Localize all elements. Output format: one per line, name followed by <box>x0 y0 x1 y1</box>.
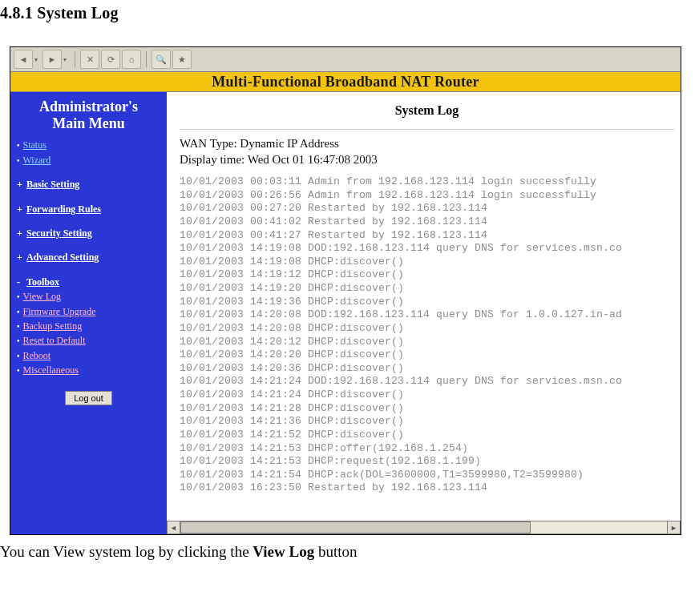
bullet-icon: • <box>17 352 20 360</box>
meta-block: WAN Type: Dynamic IP Address Display tim… <box>180 136 674 167</box>
sidebar-title-l1: Administrator's <box>39 99 138 115</box>
back-button[interactable]: ◄ <box>14 50 33 69</box>
caption-text-2: button <box>314 543 357 560</box>
sidebar-title-l2: Main Menu <box>52 115 125 131</box>
caption-bold: View Log <box>253 543 314 560</box>
horizontal-scrollbar[interactable]: ◄ ► <box>167 521 681 534</box>
scroll-track[interactable] <box>180 521 667 534</box>
stop-button[interactable]: ✕ <box>80 50 99 69</box>
forward-button[interactable]: ► <box>42 50 62 69</box>
sidebar-item-reboot[interactable]: Reboot <box>23 350 51 361</box>
browser-toolbar: ◄ ▾ ► ▾ ✕ ⟳ ⌂ 🔍 ★ <box>10 47 681 72</box>
page-title: System Log <box>180 103 674 118</box>
search-button[interactable]: 🔍 <box>152 50 171 69</box>
content-area: System Log WAN Type: Dynamic IP Address … <box>167 92 681 535</box>
scroll-thumb[interactable] <box>180 521 531 533</box>
toolbar-separator-2 <box>146 51 147 67</box>
forward-dropdown[interactable]: ▾ <box>63 56 70 63</box>
sidebar-item-viewlog[interactable]: View Log <box>23 291 62 302</box>
scroll-right-button[interactable]: ► <box>667 521 681 534</box>
plus-icon: + <box>17 227 23 239</box>
sidebar-item-reset[interactable]: Reset to Default <box>23 335 86 346</box>
home-button[interactable]: ⌂ <box>122 50 141 69</box>
bullet-icon: • <box>17 293 20 301</box>
display-time-line: Display time: Wed Oct 01 16:47:08 2003 <box>180 152 674 168</box>
screenshot-frame: ◄ ▾ ► ▾ ✕ ⟳ ⌂ 🔍 ★ Multi-Functional Broad… <box>10 46 681 535</box>
doc-section-heading: 4.8.1 System Log <box>0 0 699 22</box>
plus-icon: + <box>17 252 23 263</box>
sidebar-list: •Status •Wizard +Basic Setting +Forwardi… <box>10 138 167 377</box>
sidebar-cat-advanced[interactable]: Advanced Setting <box>26 252 99 263</box>
plus-icon: + <box>17 179 23 190</box>
bullet-icon: • <box>17 308 20 316</box>
bullet-icon: • <box>17 367 20 375</box>
sidebar-item-misc[interactable]: Miscellaneous <box>23 364 79 376</box>
caption-text-1: You can View system log by clicking the <box>0 543 253 560</box>
logout-button[interactable]: Log out <box>65 391 112 405</box>
minus-icon: - <box>17 276 23 288</box>
plus-icon: + <box>17 203 23 215</box>
divider <box>180 129 674 130</box>
refresh-button[interactable]: ⟳ <box>101 50 120 69</box>
sidebar-cat-forwarding[interactable]: Forwarding Rules <box>26 203 101 215</box>
bullet-icon: • <box>17 323 20 331</box>
favorites-button[interactable]: ★ <box>172 50 192 69</box>
sidebar-title: Administrator's Main Menu <box>10 97 167 138</box>
app-body: Administrator's Main Menu •Status •Wizar… <box>10 92 681 535</box>
toolbar-separator <box>75 51 75 67</box>
sidebar-item-status[interactable]: Status <box>23 139 46 151</box>
wan-type-line: WAN Type: Dynamic IP Address <box>180 136 674 152</box>
bullet-icon: • <box>17 337 20 345</box>
bullet-icon: • <box>17 142 20 150</box>
sidebar-item-backup[interactable]: Backup Setting <box>23 320 83 332</box>
scroll-left-button[interactable]: ◄ <box>167 521 180 534</box>
doc-caption: You can View system log by clicking the … <box>0 543 699 561</box>
sidebar-cat-toolbox[interactable]: Toolbox <box>26 276 59 288</box>
sidebar: Administrator's Main Menu •Status •Wizar… <box>10 92 167 535</box>
sidebar-cat-security[interactable]: Security Setting <box>26 227 92 239</box>
sidebar-cat-basic[interactable]: Basic Setting <box>26 179 79 190</box>
router-banner: Multi-Functional Broadband NAT Router <box>10 72 681 92</box>
system-log: 10/01/2003 00:03:11 Admin from 192.168.1… <box>180 175 674 495</box>
back-dropdown[interactable]: ▾ <box>34 56 41 63</box>
bullet-icon: • <box>17 157 20 165</box>
sidebar-item-wizard[interactable]: Wizard <box>23 155 51 166</box>
sidebar-item-firmware[interactable]: Firmware Upgrade <box>23 306 96 317</box>
